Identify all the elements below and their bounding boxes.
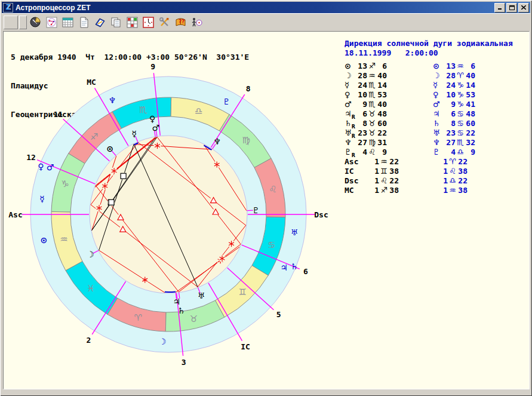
directed-planet-glyph: ♄ — [291, 262, 299, 271]
zodiac-sign-glyph: ♈ — [134, 312, 142, 323]
angle-row: Asc1♒221♈22 — [345, 157, 525, 167]
client-area: 5 декабря 1940 Чт 12:00:00 +3:00 50°26'N… — [3, 31, 530, 389]
toolbar-notebook-button[interactable] — [93, 15, 107, 30]
clock-icon — [143, 17, 154, 28]
tools-icon — [159, 17, 170, 28]
app-window: Z Астропроцессор ZET ?? 5 декабря 1940 Ч… — [0, 0, 532, 396]
directed-planet-glyph: ♂ — [47, 162, 54, 172]
natal-planet-glyph: ☿ — [132, 129, 137, 139]
zodiac-sign-glyph: ♑ — [61, 179, 69, 189]
title-bar: Z Астропроцессор ZET — [2, 2, 530, 13]
angle-row: IC1♊381♌38 — [345, 167, 525, 176]
copy-icon — [110, 17, 122, 28]
planet-row: ☿24♏14☿24♑14 — [345, 81, 525, 90]
house-label: 6 — [303, 267, 308, 276]
globe-clock-icon — [30, 17, 41, 28]
toolbar-help-button[interactable]: ?? — [173, 15, 188, 30]
app-icon[interactable]: Z — [3, 3, 13, 13]
toolbar-aspect-table-button[interactable] — [125, 15, 140, 30]
planet-row: ♂9♏40♂9♑41 — [345, 100, 525, 109]
house-label: Dsc — [314, 210, 328, 219]
toolbar-calendar-button[interactable] — [60, 15, 75, 30]
toolbar-document-button[interactable] — [76, 15, 91, 30]
aspect-table-icon — [127, 17, 138, 28]
toolbar-globe-clock-button[interactable] — [28, 15, 43, 30]
house-label: 2 — [86, 336, 91, 345]
toolbar: ?? — [2, 13, 530, 31]
toolbar-synastry-button[interactable] — [189, 15, 204, 30]
house-label: 5 — [276, 310, 281, 319]
natal-planet-glyph: ♅ — [198, 291, 205, 300]
natal-planet-glyph: ☽ — [87, 250, 94, 259]
zodiac-sign-glyph: ♌ — [269, 184, 276, 195]
house-label: 3 — [182, 358, 186, 367]
positions-table: ⊙13♐6⊙13♒6☽28♒40☽28♈40☿24♏14☿24♑14♀10♏53… — [345, 62, 525, 195]
zodiac-sign-glyph: ♐ — [90, 131, 98, 142]
natal-planet-glyph: ♄ — [177, 306, 185, 315]
zodiac-sign-glyph: ♎ — [195, 106, 202, 116]
planet-row: ⊙13♐6⊙13♒6 — [345, 62, 525, 71]
house-label: IC — [241, 342, 250, 351]
natal-planet-glyph: ♆ — [214, 137, 222, 146]
planet-row: ♀10♏53♀10♑53 — [345, 90, 525, 100]
planet-row: ♄R8♉60♄8♋60 — [345, 119, 525, 128]
house-label: 12 — [26, 153, 36, 162]
conjunction-arc — [165, 291, 176, 292]
zodiac-sign-glyph: ♍ — [242, 135, 250, 146]
planet-row: ♇R4♌9♇4♎9 — [345, 148, 525, 157]
angle-row: MC1♐381♒38 — [345, 186, 525, 195]
empty-slot-narrow — [19, 16, 27, 29]
toolbar-tools-button[interactable] — [157, 15, 172, 30]
maximize-button[interactable] — [506, 3, 517, 13]
natal-chart-icon — [46, 17, 57, 28]
house-label: 9 — [150, 62, 155, 71]
direction-title: Дирекция солнечной дуги зодиакальная — [345, 39, 525, 48]
toolbar-copy-button[interactable] — [109, 15, 124, 30]
zodiac-sign-glyph: ♒ — [60, 234, 67, 245]
angle-row: Dsc1♌221♎22 — [345, 176, 525, 186]
directed-planet-glyph: ♃ — [280, 263, 288, 272]
planet-row: ♃R6♉48♃6♋48 — [345, 109, 525, 119]
empty-slot-wide — [4, 16, 18, 29]
close-button[interactable] — [518, 3, 529, 13]
synastry-icon — [191, 17, 202, 28]
inner-circle — [90, 136, 247, 293]
natal-planet-glyph: ♇ — [253, 205, 260, 215]
svg-text:?: ? — [182, 19, 184, 24]
zodiac-sign-glyph: ♊ — [238, 287, 246, 297]
natal-planet-glyph: ⊙ — [106, 144, 113, 154]
directed-planet-glyph: ♇ — [223, 97, 230, 106]
house-label: MC — [87, 78, 96, 87]
directed-planet-glyph: ♅ — [291, 228, 299, 237]
house-label: 11 — [54, 110, 63, 119]
minimize-button[interactable] — [494, 3, 505, 13]
calendar-icon — [62, 17, 73, 28]
direction-panel: Дирекция солнечной дуги зодиакальная 18.… — [345, 39, 525, 195]
planet-row: ♆27♍31♆27♏32 — [345, 138, 525, 148]
zodiac-sign-glyph: ♏ — [139, 105, 147, 115]
window-controls — [494, 3, 529, 13]
natal-planet-glyph: ♀ — [149, 114, 155, 124]
directed-planet-glyph: ⊙ — [41, 235, 48, 245]
document-icon — [78, 17, 90, 28]
toolbar-clock-button[interactable] — [141, 15, 156, 30]
house-label: Asc — [8, 210, 22, 219]
toolbar-natal-chart-button[interactable] — [44, 15, 59, 30]
notebook-icon — [94, 17, 106, 28]
help-icon: ?? — [175, 17, 186, 28]
zodiac-sign-glyph: ♓ — [87, 283, 94, 294]
directed-planet-glyph: ☿ — [39, 194, 45, 204]
directed-planet-glyph: ☽ — [159, 337, 167, 346]
natal-planet-glyph: ♂ — [152, 123, 159, 133]
house-label: 8 — [246, 84, 251, 93]
window-title: Астропроцессор ZET — [16, 4, 494, 12]
directed-planet-glyph: ♆ — [109, 96, 116, 105]
zodiac-sign-glyph: ♉ — [190, 314, 198, 324]
planet-row: ♅R23♉22♅23♋22 — [345, 128, 525, 138]
direction-datetime: 18.11.1999 2:00:00 — [345, 48, 525, 58]
zodiac-sign-glyph: ♋ — [267, 240, 275, 250]
planet-row: ☽28♒40☽28♈40 — [345, 71, 525, 81]
natal-chart-wheel: ♈♉♊♋♌♍♎♏♐♑♒♓Asc23IC56Dsc89MC1112♇♆♂♀☿⊙☽♃… — [4, 32, 338, 367]
directed-planet-glyph: ♀ — [38, 162, 44, 171]
